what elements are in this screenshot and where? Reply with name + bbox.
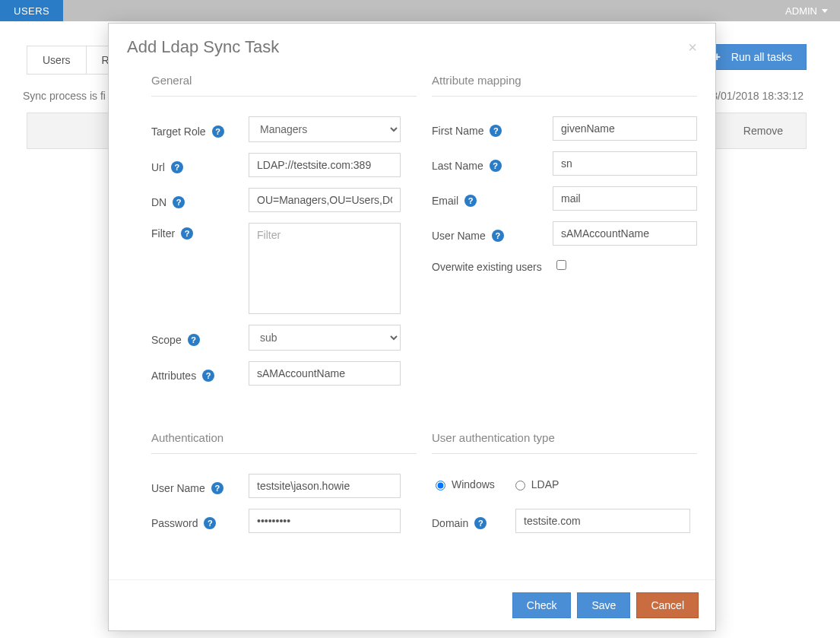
close-icon[interactable]: × xyxy=(688,40,697,55)
scope-select[interactable]: sub xyxy=(249,325,401,351)
help-icon[interactable]: ? xyxy=(490,125,502,137)
save-button[interactable]: Save xyxy=(577,592,630,618)
check-button[interactable]: Check xyxy=(512,592,572,618)
section-title-user-auth: User authentication type xyxy=(432,425,697,454)
topbar: USERS ADMIN xyxy=(0,0,840,21)
help-icon[interactable]: ? xyxy=(173,196,185,208)
modal-footer: Check Save Cancel xyxy=(109,579,715,630)
authentication-section: Authentication User Name ? Password ? xyxy=(151,425,417,544)
auth-user-name-input[interactable] xyxy=(249,474,401,498)
help-icon[interactable]: ? xyxy=(492,230,504,242)
dn-input[interactable] xyxy=(249,188,401,212)
auth-user-name-label: User Name xyxy=(151,482,205,494)
filter-textarea[interactable] xyxy=(249,223,401,314)
password-input[interactable] xyxy=(249,509,401,533)
cancel-button[interactable]: Cancel xyxy=(636,592,699,618)
table-col-remove: Remove xyxy=(743,125,783,137)
sync-status: Sync process is fi xyxy=(23,90,106,102)
help-icon[interactable]: ? xyxy=(474,517,487,529)
target-role-select[interactable]: Managers xyxy=(249,116,401,142)
url-input[interactable] xyxy=(249,153,401,177)
help-icon[interactable]: ? xyxy=(212,125,224,138)
help-icon[interactable]: ? xyxy=(202,370,214,382)
help-icon[interactable]: ? xyxy=(181,227,193,240)
password-label: Password xyxy=(151,517,198,529)
user-name-mapping-input[interactable] xyxy=(553,221,697,246)
email-input[interactable] xyxy=(553,186,697,211)
attributes-input[interactable] xyxy=(249,361,401,386)
overwrite-checkbox[interactable] xyxy=(556,260,566,270)
dn-label: DN xyxy=(151,196,166,208)
windows-radio-label[interactable]: Windows xyxy=(432,478,495,490)
help-icon[interactable]: ? xyxy=(171,161,183,173)
admin-menu[interactable]: ADMIN xyxy=(773,0,840,21)
help-icon[interactable]: ? xyxy=(204,517,216,529)
attributes-label: Attributes xyxy=(151,370,196,382)
user-name-mapping-label: User Name xyxy=(432,230,486,242)
target-role-label: Target Role xyxy=(151,125,206,138)
first-name-label: First Name xyxy=(432,125,483,137)
scope-label: Scope xyxy=(151,334,182,346)
sync-timestamp: 18/01/2018 18:33:12 xyxy=(706,90,804,102)
overwrite-label: Overwite existing users xyxy=(432,261,542,273)
email-label: Email xyxy=(432,195,458,207)
modal-title: Add Ldap Sync Task xyxy=(127,37,279,57)
general-section: General Target Role ? Managers Url ? xyxy=(151,68,417,396)
domain-label: Domain xyxy=(432,517,468,529)
first-name-input[interactable] xyxy=(553,116,697,141)
section-title-general: General xyxy=(151,68,417,97)
help-icon[interactable]: ? xyxy=(188,334,200,346)
run-all-tasks-button[interactable]: + Run all tasks xyxy=(702,44,807,70)
auth-type-radio-group: Windows LDAP xyxy=(432,474,697,490)
run-all-label: Run all tasks xyxy=(731,51,792,63)
ldap-radio-label[interactable]: LDAP xyxy=(512,478,559,490)
filter-label: Filter xyxy=(151,227,175,240)
ldap-radio[interactable] xyxy=(515,481,525,490)
add-ldap-sync-task-modal: Add Ldap Sync Task × General Target Role… xyxy=(108,23,716,631)
attribute-mapping-section: Attribute mapping First Name ? Last Name… xyxy=(432,68,697,396)
help-icon[interactable]: ? xyxy=(464,195,477,207)
windows-text: Windows xyxy=(452,478,495,490)
modal-header: Add Ldap Sync Task × xyxy=(109,24,715,68)
tab-users[interactable]: USERS xyxy=(0,0,63,21)
user-auth-type-section: User authentication type Windows LDAP Do… xyxy=(432,425,697,544)
section-title-auth: Authentication xyxy=(151,425,417,454)
help-icon[interactable]: ? xyxy=(490,160,502,172)
admin-label: ADMIN xyxy=(785,5,817,17)
chevron-down-icon xyxy=(822,9,828,13)
ldap-text: LDAP xyxy=(531,478,559,490)
windows-radio[interactable] xyxy=(436,481,445,490)
last-name-label: Last Name xyxy=(432,160,483,172)
url-label: Url xyxy=(151,161,165,173)
last-name-input[interactable] xyxy=(553,151,697,176)
modal-body: General Target Role ? Managers Url ? xyxy=(109,68,715,579)
section-title-mapping: Attribute mapping xyxy=(432,68,697,97)
domain-input[interactable] xyxy=(515,509,690,533)
tab-users-page[interactable]: Users xyxy=(27,46,87,75)
help-icon[interactable]: ? xyxy=(211,482,223,494)
